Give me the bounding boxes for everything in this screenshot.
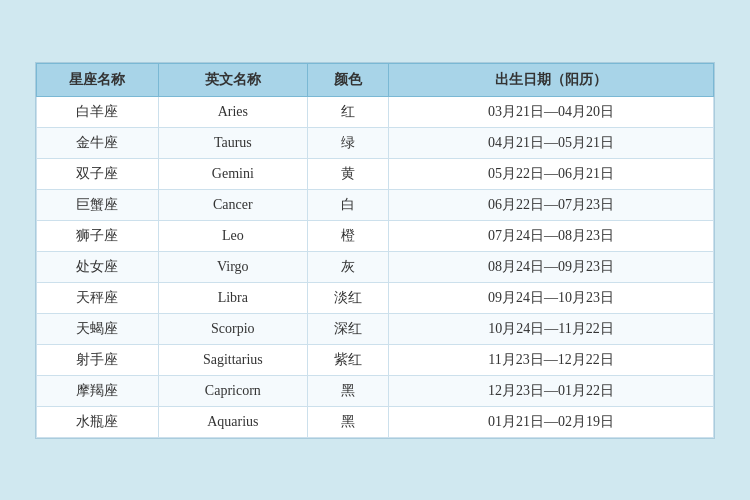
cell-en-name: Aries <box>158 96 307 127</box>
cell-color: 绿 <box>307 127 388 158</box>
cell-date: 01月21日—02月19日 <box>389 406 714 437</box>
cell-cn-name: 巨蟹座 <box>37 189 159 220</box>
cell-en-name: Gemini <box>158 158 307 189</box>
table-row: 天蝎座Scorpio深红10月24日—11月22日 <box>37 313 714 344</box>
table-row: 天秤座Libra淡红09月24日—10月23日 <box>37 282 714 313</box>
cell-date: 04月21日—05月21日 <box>389 127 714 158</box>
table-row: 摩羯座Capricorn黑12月23日—01月22日 <box>37 375 714 406</box>
cell-cn-name: 天秤座 <box>37 282 159 313</box>
cell-cn-name: 金牛座 <box>37 127 159 158</box>
cell-cn-name: 天蝎座 <box>37 313 159 344</box>
table-row: 金牛座Taurus绿04月21日—05月21日 <box>37 127 714 158</box>
zodiac-table: 星座名称 英文名称 颜色 出生日期（阳历） 白羊座Aries红03月21日—04… <box>36 63 714 438</box>
cell-color: 深红 <box>307 313 388 344</box>
header-cn-name: 星座名称 <box>37 63 159 96</box>
cell-date: 10月24日—11月22日 <box>389 313 714 344</box>
cell-color: 黑 <box>307 406 388 437</box>
cell-en-name: Virgo <box>158 251 307 282</box>
cell-color: 淡红 <box>307 282 388 313</box>
cell-en-name: Cancer <box>158 189 307 220</box>
table-row: 处女座Virgo灰08月24日—09月23日 <box>37 251 714 282</box>
cell-color: 橙 <box>307 220 388 251</box>
cell-en-name: Sagittarius <box>158 344 307 375</box>
cell-en-name: Capricorn <box>158 375 307 406</box>
cell-date: 09月24日—10月23日 <box>389 282 714 313</box>
cell-en-name: Taurus <box>158 127 307 158</box>
cell-cn-name: 处女座 <box>37 251 159 282</box>
cell-date: 07月24日—08月23日 <box>389 220 714 251</box>
header-color: 颜色 <box>307 63 388 96</box>
cell-color: 白 <box>307 189 388 220</box>
cell-en-name: Libra <box>158 282 307 313</box>
zodiac-table-container: 星座名称 英文名称 颜色 出生日期（阳历） 白羊座Aries红03月21日—04… <box>35 62 715 439</box>
table-row: 双子座Gemini黄05月22日—06月21日 <box>37 158 714 189</box>
table-row: 射手座Sagittarius紫红11月23日—12月22日 <box>37 344 714 375</box>
cell-date: 11月23日—12月22日 <box>389 344 714 375</box>
cell-cn-name: 双子座 <box>37 158 159 189</box>
header-en-name: 英文名称 <box>158 63 307 96</box>
cell-en-name: Leo <box>158 220 307 251</box>
cell-color: 灰 <box>307 251 388 282</box>
cell-date: 05月22日—06月21日 <box>389 158 714 189</box>
cell-date: 03月21日—04月20日 <box>389 96 714 127</box>
cell-cn-name: 白羊座 <box>37 96 159 127</box>
cell-cn-name: 水瓶座 <box>37 406 159 437</box>
cell-color: 紫红 <box>307 344 388 375</box>
cell-cn-name: 射手座 <box>37 344 159 375</box>
table-row: 巨蟹座Cancer白06月22日—07月23日 <box>37 189 714 220</box>
cell-color: 黑 <box>307 375 388 406</box>
table-header-row: 星座名称 英文名称 颜色 出生日期（阳历） <box>37 63 714 96</box>
table-row: 狮子座Leo橙07月24日—08月23日 <box>37 220 714 251</box>
cell-cn-name: 狮子座 <box>37 220 159 251</box>
cell-cn-name: 摩羯座 <box>37 375 159 406</box>
table-row: 白羊座Aries红03月21日—04月20日 <box>37 96 714 127</box>
cell-color: 黄 <box>307 158 388 189</box>
cell-en-name: Aquarius <box>158 406 307 437</box>
table-row: 水瓶座Aquarius黑01月21日—02月19日 <box>37 406 714 437</box>
table-body: 白羊座Aries红03月21日—04月20日金牛座Taurus绿04月21日—0… <box>37 96 714 437</box>
header-date: 出生日期（阳历） <box>389 63 714 96</box>
cell-date: 06月22日—07月23日 <box>389 189 714 220</box>
cell-color: 红 <box>307 96 388 127</box>
cell-date: 12月23日—01月22日 <box>389 375 714 406</box>
cell-en-name: Scorpio <box>158 313 307 344</box>
cell-date: 08月24日—09月23日 <box>389 251 714 282</box>
